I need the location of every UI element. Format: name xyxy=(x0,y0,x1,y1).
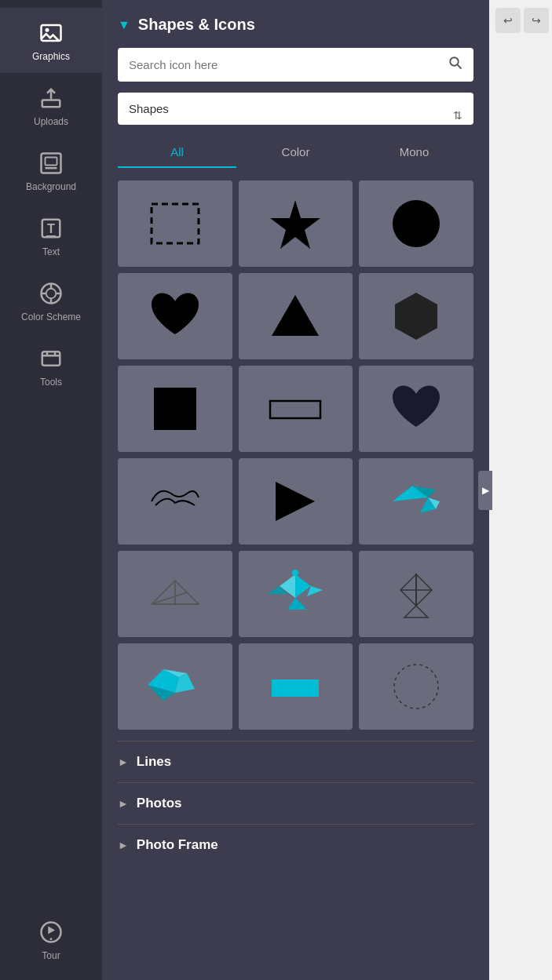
svg-marker-24 xyxy=(270,200,320,249)
svg-text:T: T xyxy=(47,221,55,235)
photos-section-header[interactable]: ► Photos xyxy=(118,782,473,824)
category-dropdown[interactable]: Shapes Icons All xyxy=(118,93,473,125)
svg-marker-41 xyxy=(287,598,307,610)
sidebar: Graphics Uploads Background T xyxy=(0,0,102,980)
photo-frame-title: Photo Frame xyxy=(137,837,218,853)
sidebar-item-tools[interactable]: Tools xyxy=(0,333,102,399)
shape-rectangle-outline[interactable] xyxy=(239,366,353,452)
svg-marker-26 xyxy=(272,295,319,336)
tab-all[interactable]: All xyxy=(118,137,236,168)
svg-point-1 xyxy=(46,28,49,32)
tools-icon xyxy=(37,344,65,373)
sidebar-item-tour[interactable]: Tour xyxy=(0,907,102,972)
shape-triangle-right[interactable] xyxy=(239,458,353,545)
filter-tabs: All Color Mono xyxy=(118,137,473,168)
svg-marker-43 xyxy=(307,586,323,596)
sidebar-item-color-scheme[interactable]: Color Scheme xyxy=(0,268,102,333)
svg-marker-30 xyxy=(276,482,315,521)
sidebar-label-tools: Tools xyxy=(40,377,62,388)
shape-triangle[interactable] xyxy=(239,273,353,359)
svg-rect-23 xyxy=(152,204,199,243)
shape-bird-blue[interactable] xyxy=(359,458,473,545)
svg-point-25 xyxy=(393,200,440,247)
undo-redo-toolbar: ↩ ↪ xyxy=(489,0,552,41)
lines-title: Lines xyxy=(137,754,171,770)
sidebar-item-text[interactable]: T Text xyxy=(0,203,102,268)
shape-hexagon[interactable] xyxy=(359,273,473,359)
shape-origami-plane[interactable] xyxy=(118,551,232,637)
shape-star[interactable] xyxy=(239,180,353,267)
svg-rect-4 xyxy=(46,158,57,166)
sidebar-label-text: Text xyxy=(42,246,60,257)
photo-frame-expand-icon: ► xyxy=(118,839,129,851)
sidebar-item-background[interactable]: Background xyxy=(0,138,102,203)
shape-dashed-rectangle[interactable] xyxy=(118,180,232,267)
shape-square[interactable] xyxy=(118,366,232,452)
svg-rect-54 xyxy=(272,679,319,697)
svg-rect-29 xyxy=(270,401,320,418)
shape-heart[interactable] xyxy=(118,273,232,359)
lines-section-header[interactable]: ► Lines xyxy=(118,741,473,782)
collapse-handle[interactable]: ▶ xyxy=(478,471,492,510)
svg-marker-40 xyxy=(280,574,295,598)
main-panel: ▼ Shapes & Icons Shapes Icons All ⇅ All … xyxy=(102,0,489,980)
color-icon xyxy=(37,279,65,308)
shapes-grid xyxy=(118,180,473,730)
svg-marker-27 xyxy=(395,293,437,340)
upload-icon xyxy=(37,84,65,112)
photos-expand-icon: ► xyxy=(118,797,129,810)
svg-rect-28 xyxy=(154,388,196,430)
sidebar-label-graphics: Graphics xyxy=(32,51,70,62)
photo-frame-section-header[interactable]: ► Photo Frame xyxy=(118,824,473,865)
search-bar xyxy=(118,48,473,82)
text-icon: T xyxy=(37,214,65,242)
expand-icon[interactable]: ▼ xyxy=(118,18,130,32)
svg-point-10 xyxy=(46,289,57,299)
right-panel: ↩ ↪ ▶ xyxy=(489,0,552,980)
shape-rectangle-cyan[interactable] xyxy=(239,643,353,730)
sidebar-item-uploads[interactable]: Uploads xyxy=(0,73,102,138)
category-dropdown-wrapper: Shapes Icons All ⇅ xyxy=(118,93,473,137)
svg-rect-3 xyxy=(42,154,61,173)
sidebar-label-background: Background xyxy=(26,181,76,192)
svg-rect-15 xyxy=(42,352,60,366)
shape-circle[interactable] xyxy=(359,180,473,267)
undo-button[interactable]: ↩ xyxy=(495,8,521,33)
sidebar-label-color-scheme: Color Scheme xyxy=(21,311,81,322)
search-input[interactable] xyxy=(129,58,442,71)
background-icon xyxy=(37,149,65,177)
photos-title: Photos xyxy=(137,796,182,811)
sidebar-item-graphics[interactable]: Graphics xyxy=(0,8,102,73)
tab-color[interactable]: Color xyxy=(236,137,355,168)
svg-line-22 xyxy=(458,65,462,69)
lines-expand-icon: ► xyxy=(118,756,129,768)
panel-title: Shapes & Icons xyxy=(138,16,255,34)
redo-button[interactable]: ↪ xyxy=(524,8,549,33)
tab-mono[interactable]: Mono xyxy=(355,137,473,168)
panel-header: ▼ Shapes & Icons xyxy=(118,16,473,34)
sidebar-label-tour: Tour xyxy=(42,950,60,961)
svg-point-44 xyxy=(292,570,298,576)
svg-marker-47 xyxy=(404,606,428,618)
sidebar-label-uploads: Uploads xyxy=(34,116,68,127)
shape-hummingbird-color[interactable] xyxy=(239,551,353,637)
svg-point-21 xyxy=(450,57,459,66)
shape-circle-dots[interactable] xyxy=(359,643,473,730)
search-button[interactable] xyxy=(448,56,462,74)
tour-icon xyxy=(37,918,65,946)
shape-heart-outline[interactable] xyxy=(359,366,473,452)
svg-point-55 xyxy=(394,665,438,709)
image-icon xyxy=(37,19,65,47)
svg-rect-2 xyxy=(42,100,60,107)
shape-origami-bird[interactable] xyxy=(359,551,473,637)
shape-heart-script[interactable] xyxy=(118,458,232,545)
shape-diamond-blue[interactable] xyxy=(118,643,232,730)
